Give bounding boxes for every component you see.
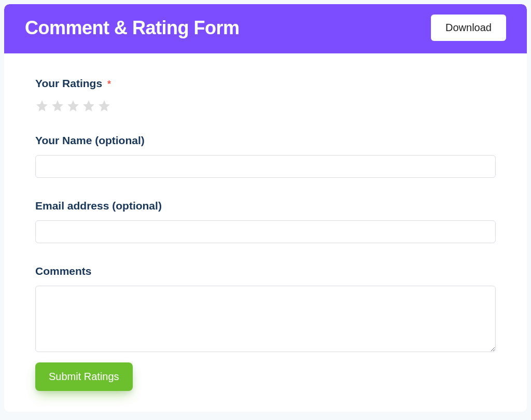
comments-textarea[interactable] [35,286,496,352]
email-group: Email address (optional) [35,200,496,243]
star-icon[interactable] [51,99,64,113]
form-body: Your Ratings * Your Name (optional) Emai… [4,53,527,412]
star-icon[interactable] [82,99,95,113]
form-card: Comment & Rating Form Download Your Rati… [4,4,527,412]
email-label: Email address (optional) [35,200,496,212]
comments-group: Comments [35,265,496,354]
ratings-group: Your Ratings * [35,77,496,113]
submit-button[interactable]: Submit Ratings [35,362,133,391]
name-input[interactable] [35,155,496,178]
ratings-label: Your Ratings * [35,77,496,90]
star-icon[interactable] [35,99,49,113]
comments-label: Comments [35,265,496,277]
page-title: Comment & Rating Form [25,17,240,39]
star-icon[interactable] [97,99,111,113]
download-button[interactable]: Download [431,15,506,41]
email-input[interactable] [35,220,496,243]
name-group: Your Name (optional) [35,134,496,178]
ratings-label-text: Your Ratings [35,77,102,89]
form-header: Comment & Rating Form Download [4,4,527,53]
star-rating[interactable] [35,99,496,113]
required-indicator: * [107,79,111,89]
star-icon[interactable] [66,99,80,113]
name-label: Your Name (optional) [35,134,496,147]
